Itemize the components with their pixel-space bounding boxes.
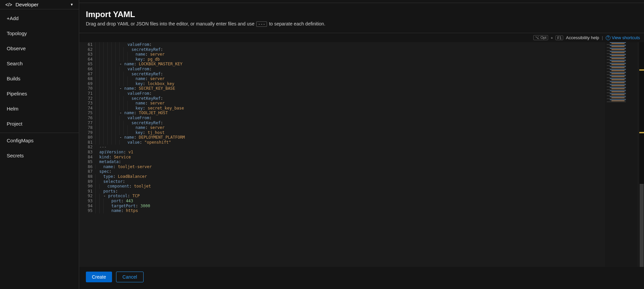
sidebar: </> Developer ▼ +Add Topology Observe Se… bbox=[0, 0, 79, 289]
nav-item-search[interactable]: Search bbox=[0, 56, 79, 71]
help-icon: ? bbox=[606, 35, 610, 40]
create-button[interactable]: Create bbox=[86, 272, 112, 282]
page-subtitle: Drag and drop YAML or JSON files into th… bbox=[86, 21, 637, 27]
nav-item-observe[interactable]: Observe bbox=[0, 41, 79, 56]
subtitle-kbd: --- bbox=[256, 21, 267, 27]
nav-item-secrets[interactable]: Secrets bbox=[0, 148, 79, 163]
toolbar-separator: | bbox=[602, 35, 603, 40]
kbd-f1: F1 bbox=[555, 35, 563, 40]
editor-gutter: 6162636465666768697071727374757677787980… bbox=[79, 42, 95, 267]
editor-code[interactable]: valueFrom:secretKeyRef:name: serverkey: … bbox=[95, 42, 644, 267]
perspective-switcher[interactable]: </> Developer ▼ bbox=[0, 0, 79, 9]
code-icon: </> bbox=[5, 2, 12, 7]
kbd-opt: ⌥ Opt bbox=[533, 35, 548, 40]
accessibility-help[interactable]: Accessibility help bbox=[566, 35, 599, 40]
nav-item-builds[interactable]: Builds bbox=[0, 71, 79, 86]
nav-item-add[interactable]: +Add bbox=[0, 11, 79, 26]
subtitle-after: to separate each definition. bbox=[268, 21, 325, 26]
nav-item-configmaps[interactable]: ConfigMaps bbox=[0, 133, 79, 148]
editor-minimap[interactable] bbox=[605, 42, 637, 267]
page-title: Import YAML bbox=[86, 10, 637, 19]
editor-toolbar: ⌥ Opt + F1 Accessibility help | ? View s… bbox=[79, 33, 644, 42]
topbar bbox=[79, 0, 644, 3]
page-header: Import YAML Drag and drop YAML or JSON f… bbox=[79, 3, 644, 33]
nav-item-helm[interactable]: Helm bbox=[0, 101, 79, 116]
nav-item-project[interactable]: Project bbox=[0, 116, 79, 131]
nav-list: +Add Topology Observe Search Builds Pipe… bbox=[0, 9, 79, 163]
view-shortcuts-link[interactable]: ? View shortcuts bbox=[606, 35, 640, 40]
caret-down-icon: ▼ bbox=[70, 3, 73, 6]
cancel-button[interactable]: Cancel bbox=[116, 272, 144, 282]
perspective-label: Developer bbox=[15, 2, 70, 7]
nav-item-pipelines[interactable]: Pipelines bbox=[0, 86, 79, 101]
subtitle-before: Drag and drop YAML or JSON files into th… bbox=[86, 21, 256, 26]
yaml-editor[interactable]: 6162636465666768697071727374757677787980… bbox=[79, 42, 644, 267]
kbd-plus: + bbox=[551, 36, 553, 40]
editor-scrollbar[interactable] bbox=[639, 42, 644, 267]
main-content: Import YAML Drag and drop YAML or JSON f… bbox=[79, 0, 644, 289]
editor-wrap: 6162636465666768697071727374757677787980… bbox=[79, 42, 644, 267]
nav-item-topology[interactable]: Topology bbox=[0, 26, 79, 41]
footer: Create Cancel bbox=[79, 267, 644, 289]
